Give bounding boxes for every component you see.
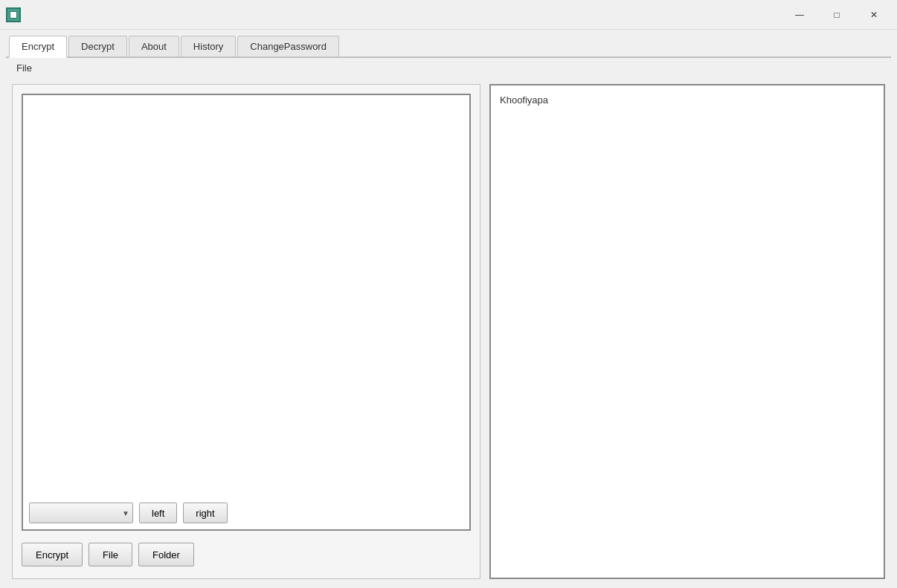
app-icon (6, 7, 21, 22)
folder-button[interactable]: Folder (138, 543, 194, 566)
minimize-button[interactable]: — (782, 3, 817, 27)
tab-encrypt[interactable]: Encrypt (9, 36, 67, 58)
app-icon-inner (10, 11, 17, 19)
main-content: ▼ left right Encrypt File Folder Khoofiy… (6, 78, 891, 585)
titlebar-left (6, 7, 21, 22)
menu-bar: File (6, 58, 891, 78)
tab-changepassword[interactable]: ChangePassword (237, 36, 339, 56)
text-area-container: ▼ left right (22, 94, 471, 531)
tab-about[interactable]: About (129, 36, 179, 56)
file-menu[interactable]: File (12, 61, 36, 75)
right-panel: Khoofiyapa (489, 84, 885, 579)
left-panel: ▼ left right Encrypt File Folder (12, 84, 480, 579)
algorithm-dropdown[interactable]: ▼ (29, 503, 133, 523)
titlebar-controls: — □ ✕ (782, 3, 891, 27)
maximize-button[interactable]: □ (820, 3, 854, 27)
tabs-bar: Encrypt Decrypt About History ChangePass… (6, 33, 891, 58)
tab-history[interactable]: History (181, 36, 236, 56)
file-button[interactable]: File (89, 543, 132, 566)
tab-decrypt[interactable]: Decrypt (68, 36, 127, 56)
left-button[interactable]: left (139, 503, 177, 523)
encrypt-button[interactable]: Encrypt (22, 543, 83, 566)
right-panel-title: Khoofiyapa (497, 91, 878, 109)
titlebar: — □ ✕ (0, 0, 897, 30)
main-window: — □ ✕ Encrypt Decrypt About History Chan… (0, 0, 897, 588)
close-button[interactable]: ✕ (857, 3, 891, 27)
content-area: Encrypt Decrypt About History ChangePass… (0, 30, 897, 588)
encrypt-textarea[interactable] (26, 98, 466, 498)
right-button[interactable]: right (183, 503, 227, 523)
dropdown-arrow-icon: ▼ (122, 509, 129, 517)
bottom-buttons: Encrypt File Folder (22, 537, 471, 569)
text-area-controls: ▼ left right (26, 498, 466, 526)
